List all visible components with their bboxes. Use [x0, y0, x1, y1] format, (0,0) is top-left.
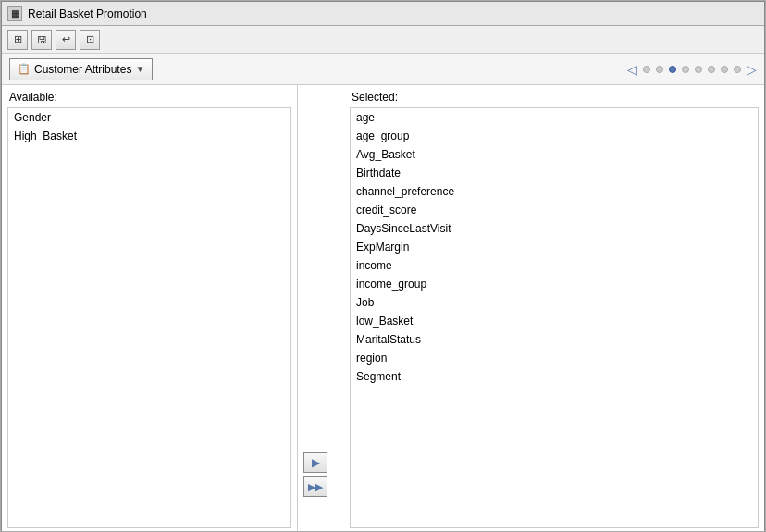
nav-dot-7[interactable]: [721, 66, 728, 73]
toolbar-btn-3[interactable]: ↩: [56, 30, 76, 50]
available-item-high-basket[interactable]: High_Basket: [8, 127, 290, 145]
selected-header: Selected:: [344, 85, 764, 107]
available-panel: Available: Gender High_Basket: [2, 85, 298, 532]
nav-next-arrow[interactable]: ▷: [747, 62, 757, 77]
selected-item-marital-status[interactable]: MaritalStatus: [351, 330, 758, 349]
available-header: Available:: [2, 85, 297, 107]
selected-item-age-group[interactable]: age_group: [351, 127, 758, 145]
selected-item-job[interactable]: Job: [351, 293, 758, 312]
customer-attributes-dropdown[interactable]: 📋 Customer Attributes ▼: [9, 58, 153, 80]
selected-item-avg-basket[interactable]: Avg_Basket: [351, 145, 758, 164]
main-content: Available: Gender High_Basket ▶ ▶▶ Selec…: [2, 85, 764, 532]
window-title: Retail Basket Promotion: [28, 7, 147, 20]
selected-list[interactable]: age age_group Avg_Basket Birthdate chann…: [350, 107, 759, 528]
nav-dot-6[interactable]: [708, 66, 715, 73]
title-bar: ▦ Retail Basket Promotion: [2, 2, 764, 26]
app-icon: ▦: [7, 6, 22, 21]
nav-dot-2[interactable]: [656, 66, 663, 73]
selected-item-days-since-last-visit[interactable]: DaysSinceLastVisit: [351, 219, 758, 238]
nav-dot-1[interactable]: [643, 66, 650, 73]
selected-item-credit-score[interactable]: credit_score: [351, 201, 758, 219]
nav-prev-arrow[interactable]: ◁: [627, 62, 637, 77]
app-container: ▦ Retail Basket Promotion ⊞ 🖫 ↩ ⊡ 📋 Cust…: [1, 1, 765, 532]
selected-item-birthdate[interactable]: Birthdate: [351, 164, 758, 182]
dropdown-label: Customer Attributes: [34, 63, 131, 76]
nav-bar: 📋 Customer Attributes ▼ ◁ ▷: [2, 54, 764, 85]
nav-dot-8[interactable]: [734, 66, 741, 73]
selected-item-age[interactable]: age: [351, 108, 758, 127]
available-list[interactable]: Gender High_Basket: [7, 107, 291, 528]
selected-item-region[interactable]: region: [351, 349, 758, 367]
toolbar-btn-4[interactable]: ⊡: [80, 30, 100, 50]
selected-item-income[interactable]: income: [351, 256, 758, 275]
move-one-button[interactable]: ▶: [303, 452, 327, 473]
dropdown-chevron-icon: ▼: [135, 64, 144, 74]
nav-dot-3[interactable]: [669, 66, 676, 73]
selected-panel: Selected: age age_group Avg_Basket Birth…: [344, 85, 764, 532]
available-item-gender[interactable]: Gender: [8, 108, 290, 127]
nav-dot-4[interactable]: [682, 66, 689, 73]
toolbar-btn-2[interactable]: 🖫: [31, 30, 52, 50]
nav-dot-5[interactable]: [695, 66, 702, 73]
move-all-icon: ▶▶: [308, 481, 323, 493]
selected-item-exp-margin[interactable]: ExpMargin: [351, 238, 758, 256]
selected-item-channel-preference[interactable]: channel_preference: [351, 182, 758, 201]
toolbar-btn-1[interactable]: ⊞: [7, 30, 28, 50]
move-one-icon: ▶: [312, 456, 320, 469]
move-all-button[interactable]: ▶▶: [303, 476, 327, 497]
nav-arrows: ◁ ▷: [627, 62, 757, 77]
transfer-area: ▶ ▶▶: [292, 85, 339, 532]
selected-item-low-basket[interactable]: low_Basket: [351, 312, 758, 330]
toolbar: ⊞ 🖫 ↩ ⊡: [2, 26, 764, 54]
selected-item-segment[interactable]: Segment: [351, 367, 758, 386]
selected-item-income-group[interactable]: income_group: [351, 275, 758, 293]
nav-dots: [643, 66, 741, 73]
